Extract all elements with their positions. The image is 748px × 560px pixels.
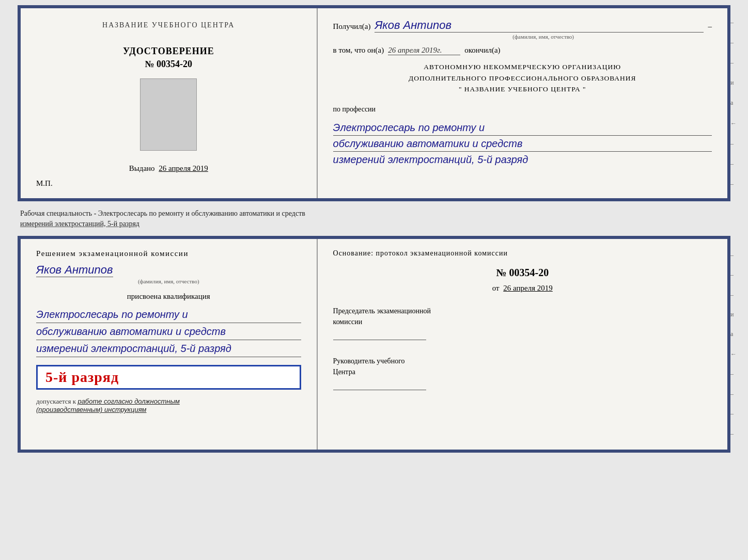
person-name: Яков Антипов xyxy=(36,263,113,277)
from-date: 26 апреля 2019 xyxy=(503,284,553,292)
org-line3: " НАЗВАНИЕ УЧЕБНОГО ЦЕНТРА " xyxy=(333,84,712,95)
document-wrapper: НАЗВАНИЕ УЧЕБНОГО ЦЕНТРА УДОСТОВЕРЕНИЕ №… xyxy=(18,5,730,453)
rank-badge: 5-й разряд xyxy=(36,365,301,390)
middle-line1: Рабочая специальность - Электрослесарь п… xyxy=(20,210,305,217)
issued-label: Выдано xyxy=(129,164,155,172)
fio-subtitle-bottom: (фамилия, имя, отчество) xyxy=(36,278,301,284)
director-signature-line xyxy=(333,380,426,390)
confirm-date: 26 апреля 2019г. xyxy=(388,46,460,55)
org-line1: АВТОНОМНУЮ НЕКОММЕРЧЕСКУЮ ОРГАНИЗАЦИЮ xyxy=(333,61,712,73)
side-marks-bottom: –––иа←–––– xyxy=(730,239,737,450)
chairman-signature-line xyxy=(333,330,426,340)
confirm-label: в том, что он(а) xyxy=(333,46,384,55)
basis-label: Основание: протокол экзаменационной коми… xyxy=(333,249,712,258)
qual-block: Электрослесарь по ремонту и обслуживанию… xyxy=(36,306,301,357)
admit-text2: (производственным) инструкциям xyxy=(36,406,147,413)
bottom-cert-right: Основание: протокол экзаменационной коми… xyxy=(318,239,727,450)
from-label: от xyxy=(492,284,500,292)
profession-label: по профессии xyxy=(333,105,712,114)
qual-line2: обслуживанию автоматики и средств xyxy=(36,323,301,340)
fio-subtitle: (фамилия, имя, отчество) xyxy=(375,34,712,40)
photo-placeholder xyxy=(140,78,197,151)
chairman-line1: Председатель экзаменационной xyxy=(333,307,431,315)
admit-label: допускается к xyxy=(36,397,76,405)
recipient-name: Яков Антипов xyxy=(375,19,704,33)
admit-text: работе согласно должностным xyxy=(77,397,179,405)
bottom-certificate: Решением экзаменационной комиссии Яков А… xyxy=(18,236,730,453)
top-certificate: НАЗВАНИЕ УЧЕБНОГО ЦЕНТРА УДОСТОВЕРЕНИЕ №… xyxy=(18,5,730,201)
director-line1: Руководитель учебного xyxy=(333,357,405,365)
qual-label: присвоена квалификация xyxy=(36,292,301,301)
chairman-line2: комиссии xyxy=(333,318,363,326)
director-label: Руководитель учебного Центра xyxy=(333,356,712,390)
profession-block: Электрослесарь по ремонту и обслуживанию… xyxy=(333,120,712,167)
rank-text: 5-й разряд xyxy=(45,369,119,385)
org-line2: ДОПОЛНИТЕЛЬНОГО ПРОФЕССИОНАЛЬНОГО ОБРАЗО… xyxy=(333,73,712,84)
from-date-line: от 26 апреля 2019 xyxy=(333,284,712,293)
cert-title: УДОСТОВЕРЕНИЕ xyxy=(123,46,214,57)
admit-line: допускается к работе согласно должностны… xyxy=(36,397,301,414)
middle-text: Рабочая специальность - Электрослесарь п… xyxy=(18,205,730,232)
qual-line3: измерений электростанций, 5-й разряд xyxy=(36,340,301,357)
side-marks-top: –––иа←––– xyxy=(730,8,737,198)
cert-number: № 00354-20 xyxy=(123,59,214,70)
director-line2: Центра xyxy=(333,368,355,376)
middle-line2: измерений электростанций, 5-й разряд xyxy=(20,220,139,228)
commission-title: Решением экзаменационной комиссии xyxy=(36,249,301,258)
dato-line: в том, что он(а) 26 апреля 2019г. окончи… xyxy=(333,46,712,55)
recipient-line: Получил(а) Яков Антипов – (фамилия, имя,… xyxy=(333,19,712,40)
mp-label: М.П. xyxy=(36,179,53,188)
qual-line1: Электрослесарь по ремонту и xyxy=(36,306,301,323)
chairman-label: Председатель экзаменационной комиссии xyxy=(333,306,712,340)
bottom-cert-left: Решением экзаменационной комиссии Яков А… xyxy=(21,239,318,450)
received-label: Получил(а) xyxy=(333,22,371,31)
prof-line1: Электрослесарь по ремонту и xyxy=(333,120,712,136)
protocol-number: № 00354-20 xyxy=(333,267,712,279)
issued-line: Выдано 26 апреля 2019 xyxy=(129,164,208,173)
top-cert-right: Получил(а) Яков Антипов – (фамилия, имя,… xyxy=(318,8,727,198)
org-name-header: НАЗВАНИЕ УЧЕБНОГО ЦЕНТРА xyxy=(102,19,235,32)
person-name-section: Яков Антипов (фамилия, имя, отчество) xyxy=(36,263,301,284)
org-block: АВТОНОМНУЮ НЕКОММЕРЧЕСКУЮ ОРГАНИЗАЦИЮ ДО… xyxy=(333,61,712,95)
prof-line2: обслуживанию автоматики и средств xyxy=(333,136,712,152)
top-cert-left: НАЗВАНИЕ УЧЕБНОГО ЦЕНТРА УДОСТОВЕРЕНИЕ №… xyxy=(21,8,318,198)
cert-title-section: УДОСТОВЕРЕНИЕ № 00354-20 xyxy=(123,46,214,70)
issued-date: 26 апреля 2019 xyxy=(159,164,208,172)
prof-line3: измерений электростанций, 5-й разряд xyxy=(333,152,712,167)
finished-label: окончил(а) xyxy=(464,46,500,55)
